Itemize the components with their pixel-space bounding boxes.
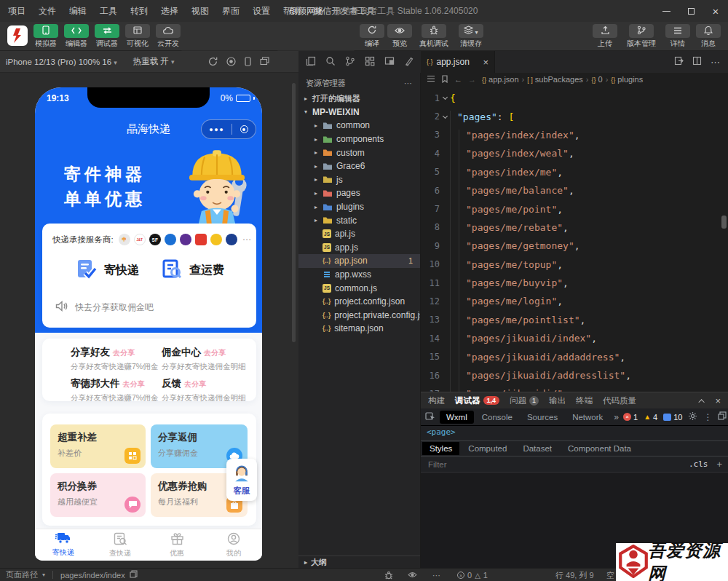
device-select[interactable]: iPhone 12/13 (Pro) 100% 16▾ xyxy=(6,58,117,66)
styles-tab-Component-Data[interactable]: Component Data xyxy=(561,442,638,455)
open-changes-icon[interactable] xyxy=(674,56,684,68)
tree-item-Grace6[interactable]: ▸Grace6 xyxy=(298,159,420,173)
explorer-files-icon[interactable] xyxy=(306,56,316,68)
info-count[interactable]: 10 xyxy=(663,413,682,422)
toolbar-button-真机调试[interactable]: 真机调试 xyxy=(414,24,454,47)
check-fee-button[interactable]: 查运费 xyxy=(161,258,224,282)
devtools-tab-Sources[interactable]: Sources xyxy=(521,411,564,424)
more-actions-icon[interactable]: ⋯ xyxy=(711,57,721,68)
tree-item-common.js[interactable]: JScommon.js xyxy=(298,281,420,295)
tree-item-project.config.json[interactable]: {..}project.config.json xyxy=(298,295,420,309)
outline-section[interactable]: ▸ 大纲 xyxy=(298,556,420,568)
toolbar-button-可视化[interactable]: 可视化 xyxy=(122,24,153,47)
warning-count[interactable]: ▲4 xyxy=(644,413,657,422)
breadcrumb-plugins[interactable]: {}plugins xyxy=(611,75,643,84)
extensions-icon[interactable] xyxy=(365,56,375,68)
styles-tab-Styles[interactable]: Styles xyxy=(422,442,459,455)
menu-9[interactable]: 设置 xyxy=(246,0,277,22)
panel-tab-代码质量[interactable]: 代码质量 xyxy=(603,395,636,406)
send-express-button[interactable]: 寄快递 xyxy=(76,258,139,282)
feature-tile-1[interactable]: 超重补差补差价 xyxy=(50,424,146,468)
toolbar-button-详情[interactable]: 详情 xyxy=(662,24,693,47)
share-item-3[interactable]: 寄德邦大件去分享分享好友寄快递赚7%佣金 xyxy=(71,377,158,403)
menu-5[interactable]: 转到 xyxy=(124,0,154,22)
panel-tab-构建[interactable]: 构建 xyxy=(428,395,445,406)
toolbar-button-编译[interactable]: 编译 xyxy=(358,24,386,47)
toolbar-button-清缓存[interactable]: ▾清缓存 xyxy=(454,24,488,47)
toolbar-button-编辑器[interactable]: 编辑器 xyxy=(61,24,92,47)
panel-tab-调试器[interactable]: 调试器1,4 xyxy=(455,395,499,406)
toolbar-button-模拟器[interactable]: 模拟器 xyxy=(31,24,61,47)
code-editor[interactable]: ← → {}app.json›[ ]subPackages›{}0›{}plug… xyxy=(421,73,728,392)
tree-item-static[interactable]: ▸static xyxy=(298,213,420,227)
miniapp-capsule[interactable]: ●●● xyxy=(201,119,256,139)
share-item-1[interactable]: 分享好友去分享分享好友寄快递赚7%佣金 xyxy=(71,346,158,372)
tree-item-js[interactable]: ▸js xyxy=(298,173,420,187)
wxml-element-tree[interactable]: <page> xyxy=(421,426,728,436)
menu-7[interactable]: 视图 xyxy=(185,0,215,22)
tree-item-app.json[interactable]: {..}app.json1 xyxy=(298,254,420,268)
appearance-brush-icon[interactable] xyxy=(404,56,414,68)
collapse-panel-icon[interactable] xyxy=(700,396,705,405)
tree-item-custom[interactable]: ▸custom xyxy=(298,146,420,159)
close-tab-icon[interactable]: × xyxy=(483,57,488,68)
close-button[interactable]: × xyxy=(703,0,728,22)
exit-circle-icon[interactable] xyxy=(240,125,248,133)
breadcrumb-subPackages[interactable]: [ ]subPackages xyxy=(527,75,583,84)
tree-item-[interactable]: ▸打开的编辑器 xyxy=(298,92,420,106)
simulator-scrollbar[interactable] xyxy=(292,83,296,342)
error-count[interactable]: ×1 xyxy=(623,413,638,422)
miniapp-tab-2[interactable]: 查快递 xyxy=(92,529,149,561)
toolbar-button-版本管理[interactable]: 版本管理 xyxy=(620,24,662,47)
code-area[interactable]: 1{2"pages": [3"pages/index/index",4"page… xyxy=(421,86,728,392)
tree-item-plugins[interactable]: ▸plugins xyxy=(298,200,420,214)
miniapp-tab-3[interactable]: 优惠 xyxy=(149,529,205,561)
customer-service-widget[interactable]: 客服 xyxy=(226,459,257,501)
share-item-4[interactable]: 反馈去分享分享好友寄快递佣金明细 xyxy=(162,377,246,403)
share-item-2[interactable]: 佣金中心去分享分享好友寄快递佣金明细 xyxy=(162,346,246,372)
providers-more-icon[interactable]: ⋯ xyxy=(242,234,251,245)
panel-tab-问题[interactable]: 问题1 xyxy=(510,395,539,406)
explorer-more-icon[interactable]: ⋯ xyxy=(404,79,413,88)
indent-indicator[interactable]: 空 xyxy=(606,569,614,581)
feature-tile-3[interactable]: 积分换券越用越便宜 xyxy=(50,473,146,517)
devtools-tab-Wxml[interactable]: Wxml xyxy=(440,411,474,424)
multi-window-icon[interactable] xyxy=(260,57,269,68)
toolbar-button-调试器[interactable]: 调试器 xyxy=(92,24,122,47)
breadcrumb-app.json[interactable]: {}app.json xyxy=(482,75,519,84)
refresh-sim-icon[interactable] xyxy=(208,57,218,68)
styles-tab-Computed[interactable]: Computed xyxy=(461,442,514,455)
cls-button[interactable]: .cls xyxy=(689,459,708,469)
tree-item-sitemap.json[interactable]: {..}sitemap.json xyxy=(298,322,420,336)
forward-icon[interactable]: → xyxy=(468,75,476,84)
add-style-icon[interactable]: + xyxy=(716,459,722,470)
menu-1[interactable]: 项目 xyxy=(1,0,32,22)
editor-scrollbar[interactable] xyxy=(721,216,727,229)
page-path-label[interactable]: 页面路径 xyxy=(6,569,38,580)
tree-item-components[interactable]: ▸components xyxy=(298,133,420,146)
maximize-button[interactable] xyxy=(678,0,703,22)
record-icon[interactable] xyxy=(226,57,236,68)
tree-item-app.js[interactable]: JSapp.js xyxy=(298,241,420,255)
toolbar-button-云开发[interactable]: 云开发 xyxy=(153,24,183,47)
breadcrumb-0[interactable]: {}0 xyxy=(592,75,603,84)
outline-list-icon[interactable] xyxy=(427,75,435,84)
tree-item-project.private.config.js[interactable]: {..}project.private.config.js… xyxy=(298,309,420,323)
menu-8[interactable]: 界面 xyxy=(215,0,246,22)
menu-4[interactable]: 工具 xyxy=(93,0,124,22)
tree-item-api.js[interactable]: JSapi.js xyxy=(298,227,420,241)
more-tabs-icon[interactable]: » xyxy=(611,412,622,422)
close-panel-icon[interactable]: × xyxy=(715,396,721,406)
kebab-menu-icon[interactable]: ⋮ xyxy=(703,412,712,422)
miniapp-tab-4[interactable]: 我的 xyxy=(205,529,262,561)
cursor-position[interactable]: 行 49, 列 9 xyxy=(555,569,594,581)
tree-item-app.wxss[interactable]: app.wxss xyxy=(298,268,420,282)
styles-tab-Dataset[interactable]: Dataset xyxy=(515,442,559,455)
miniapp-tab-1[interactable]: 寄快递 xyxy=(35,529,92,561)
panel-tab-输出[interactable]: 输出 xyxy=(549,395,566,406)
tab-app-json[interactable]: {.} app.json × xyxy=(421,51,495,73)
panel-tab-终端[interactable]: 终端 xyxy=(576,395,593,406)
filter-input[interactable] xyxy=(427,459,616,470)
tree-item-MP-WEIXIN[interactable]: ▾MP-WEIXIN xyxy=(298,106,420,119)
device-icon[interactable] xyxy=(245,57,251,68)
